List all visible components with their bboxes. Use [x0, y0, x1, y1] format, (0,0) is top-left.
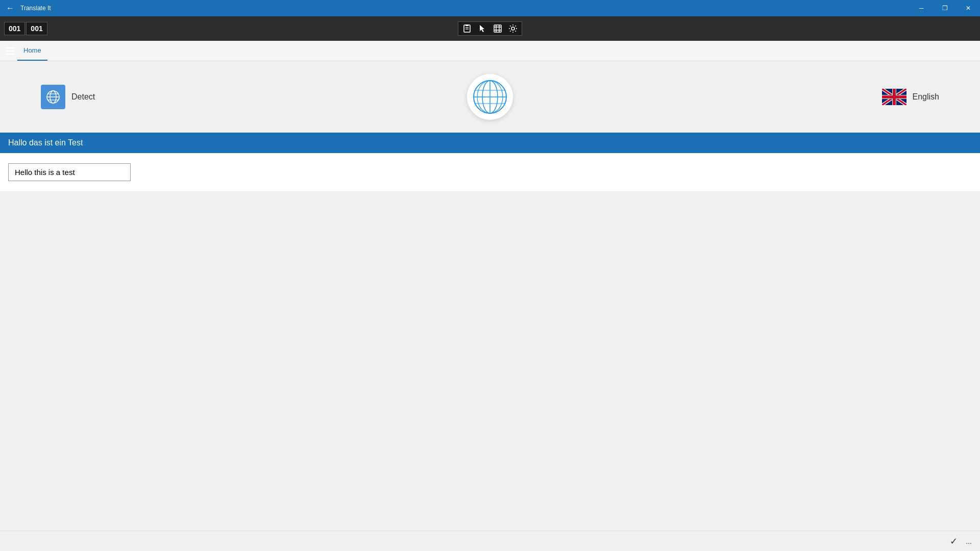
menu-bar: Home [0, 41, 980, 61]
svg-rect-31 [882, 95, 906, 98]
svg-rect-1 [465, 24, 469, 26]
toolbar: 001 001 [0, 16, 980, 41]
app-title: Translate It [20, 5, 51, 12]
uk-flag-icon [882, 89, 906, 105]
restore-button[interactable]: ❐ [933, 0, 957, 16]
clipboard-icon[interactable] [462, 24, 472, 33]
counter-1: 001 [4, 22, 25, 35]
svg-rect-5 [494, 25, 501, 32]
header: Detect [0, 61, 980, 133]
bottom-bar: ✓ ... [0, 531, 980, 551]
svg-marker-4 [480, 25, 484, 32]
detect-label: Detect [71, 92, 95, 102]
window-controls: ─ ❐ ✕ [910, 0, 980, 16]
check-button[interactable]: ✓ [950, 536, 958, 547]
translation-bar: Hallo das ist ein Test [0, 133, 980, 153]
menu-item-home[interactable]: Home [17, 41, 47, 61]
language-selector[interactable]: English [882, 89, 939, 105]
title-bar: ← Translate It ─ ❐ ✕ [0, 0, 980, 16]
detect-icon [41, 85, 65, 109]
hamburger-menu[interactable] [4, 45, 17, 57]
detect-section[interactable]: Detect [41, 85, 95, 109]
counter-group: 001 001 [4, 22, 47, 35]
language-label: English [913, 92, 939, 102]
globe-center [467, 74, 513, 120]
main-content [0, 153, 980, 191]
more-button[interactable]: ... [966, 537, 972, 545]
title-bar-left: ← Translate It [4, 4, 51, 13]
translated-text-input[interactable] [8, 163, 131, 181]
source-text: Hallo das ist ein Test [8, 138, 83, 147]
close-button[interactable]: ✕ [957, 0, 980, 16]
svg-point-10 [511, 27, 514, 30]
globe-icon [467, 74, 513, 120]
settings-icon[interactable] [508, 24, 518, 33]
cursor-icon[interactable] [478, 24, 487, 33]
counter-2: 001 [26, 22, 47, 35]
minimize-button[interactable]: ─ [910, 0, 933, 16]
back-button[interactable]: ← [4, 4, 16, 13]
frame-icon[interactable] [493, 24, 502, 33]
toolbar-icon-group [458, 21, 522, 36]
svg-rect-0 [464, 25, 470, 32]
